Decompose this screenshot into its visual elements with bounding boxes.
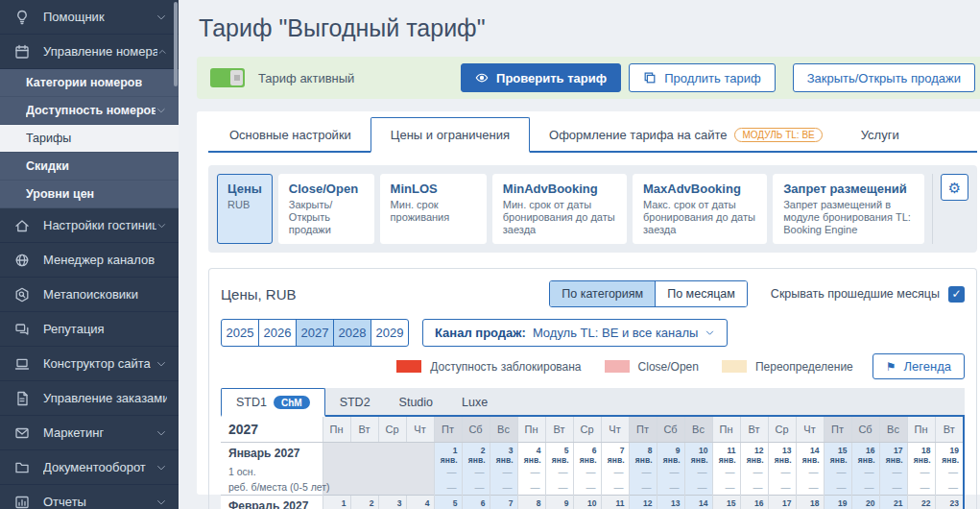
- price-cell[interactable]: —: [545, 465, 573, 480]
- sidebar-item-room-categories[interactable]: Категории номеров: [0, 69, 179, 97]
- price-cell[interactable]: —: [657, 480, 684, 496]
- calendar-date-cell: 15 янв.: [824, 442, 851, 465]
- price-cell[interactable]: —: [629, 465, 657, 480]
- price-cell[interactable]: —: [573, 480, 601, 496]
- sidebar-item-assistant[interactable]: Помощник: [0, 0, 179, 35]
- view-mode-option[interactable]: По месяцам: [655, 281, 747, 306]
- price-cell[interactable]: —: [462, 480, 490, 496]
- cards-settings-button[interactable]: ⚙: [941, 174, 968, 201]
- chevron-down-icon: [156, 220, 167, 231]
- tab-prices-restrictions[interactable]: Цены и ограничения: [370, 117, 530, 153]
- price-cell[interactable]: —: [851, 480, 879, 496]
- price-cell[interactable]: —: [796, 465, 824, 480]
- close-open-sales-button[interactable]: Закрыть/Открыть продажи: [793, 63, 975, 92]
- sidebar-item-order-management[interactable]: Управление заказами: [0, 381, 179, 416]
- tab-main-settings[interactable]: Основные настройки: [210, 117, 370, 151]
- price-cell[interactable]: —: [824, 465, 851, 480]
- sidebar-item-discounts[interactable]: Скидки: [0, 153, 179, 181]
- calendar-month-cell: Январь 20271 осн.реб. б/места (0-5 лет): [221, 442, 323, 496]
- year-button-2029[interactable]: 2029: [370, 319, 409, 347]
- price-cell[interactable]: —: [490, 480, 517, 496]
- year-button-2028[interactable]: 2028: [333, 319, 371, 347]
- calendar-date-cell: 16 янв.: [851, 442, 879, 465]
- month-row-label: реб. б/места (0-5 лет): [228, 479, 319, 495]
- card-title: MinAdvBooking: [503, 182, 616, 196]
- sales-channel-dropdown[interactable]: Канал продаж: Модуль TL: BE и все каналы: [422, 319, 728, 347]
- price-cell[interactable]: —: [601, 465, 629, 480]
- sidebar-item-document-flow[interactable]: Документооборот: [0, 450, 179, 485]
- restriction-card-minlos[interactable]: MinLOSМин. срок проживания: [380, 174, 487, 244]
- check-tariff-button[interactable]: Проверить тариф: [461, 63, 621, 92]
- restriction-card-close-open[interactable]: Close/OpenЗакрыть/Открыть продажи: [278, 174, 374, 244]
- sidebar-item-reports[interactable]: Отчеты: [0, 485, 179, 509]
- price-cell[interactable]: —: [434, 465, 462, 480]
- sidebar-item-reputation[interactable]: Репутация: [0, 312, 179, 347]
- sidebar-item-label: Помощник: [43, 10, 105, 24]
- price-cell[interactable]: —: [796, 480, 824, 496]
- tab-site-design[interactable]: Оформление тарифа на сайтеМОДУЛЬ TL: BE: [530, 117, 842, 151]
- hide-past-months-control[interactable]: Скрывать прошедшие месяцы: [771, 286, 965, 303]
- price-cell[interactable]: —: [434, 480, 462, 496]
- price-cell[interactable]: —: [517, 480, 545, 496]
- legend-button[interactable]: ⚑ Легенда: [872, 353, 965, 379]
- price-cell[interactable]: —: [935, 465, 963, 480]
- price-cell[interactable]: —: [907, 480, 935, 496]
- extend-tariff-button[interactable]: Продлить тариф: [629, 63, 776, 92]
- price-cell[interactable]: —: [768, 480, 796, 496]
- calendar-year-header: 2027: [221, 417, 323, 442]
- price-cell[interactable]: —: [545, 480, 573, 496]
- sidebar-item-tariffs[interactable]: Тарифы: [0, 125, 179, 153]
- price-cell[interactable]: —: [824, 480, 851, 496]
- price-cell[interactable]: —: [740, 480, 768, 496]
- restriction-card-minadvbooking[interactable]: MinAdvBookingМин. срок от даты бронирова…: [492, 174, 627, 244]
- room-tab-label: Studio: [399, 396, 433, 409]
- price-cell[interactable]: —: [462, 465, 490, 480]
- sidebar-item-label: Управление заказами: [43, 391, 167, 405]
- view-mode-option[interactable]: По категориям: [550, 281, 655, 306]
- room-tab-std1[interactable]: STD1ChM: [221, 388, 325, 417]
- restriction-card-maxadvbooking[interactable]: MaxAdvBookingМакс. срок от даты брониров…: [633, 174, 767, 244]
- year-button-2027[interactable]: 2027: [296, 319, 334, 347]
- year-button-2025[interactable]: 2025: [221, 319, 259, 347]
- tariff-active-toggle[interactable]: [210, 68, 245, 87]
- price-cell[interactable]: —: [935, 480, 963, 496]
- price-cell[interactable]: —: [629, 480, 657, 496]
- price-cell[interactable]: —: [907, 465, 935, 480]
- sidebar-scrollbar[interactable]: [174, 2, 178, 86]
- room-tab-studio[interactable]: Studio: [385, 388, 447, 415]
- sidebar-item-site-builder[interactable]: Конструктор сайта: [0, 347, 179, 381]
- year-button-2026[interactable]: 2026: [258, 319, 297, 347]
- room-tab-luxe[interactable]: Luxe: [447, 388, 502, 415]
- sidebar-item-channel-manager[interactable]: Менеджер каналов: [0, 243, 179, 278]
- price-cell[interactable]: —: [851, 465, 879, 480]
- sidebar-item-metasearch[interactable]: Метапоисковики: [0, 278, 179, 312]
- sidebar-item-marketing[interactable]: Маркетинг: [0, 416, 179, 450]
- view-mode-toggle: По категориямПо месяцам: [549, 280, 748, 307]
- price-cell[interactable]: —: [573, 465, 601, 480]
- price-cell[interactable]: —: [712, 465, 740, 480]
- price-cell[interactable]: —: [879, 465, 907, 480]
- price-cell[interactable]: —: [657, 465, 684, 480]
- price-cell[interactable]: —: [601, 480, 629, 496]
- tab-services[interactable]: Услуги: [842, 117, 919, 151]
- price-cell[interactable]: —: [712, 480, 740, 496]
- price-cell[interactable]: —: [490, 465, 517, 480]
- price-cell[interactable]: —: [517, 465, 545, 480]
- restriction-card-ban-placements[interactable]: Запрет размещенийЗапрет размещений в мод…: [773, 174, 924, 244]
- sidebar-item-hotel-settings[interactable]: Настройки гостиницы: [0, 208, 179, 243]
- price-cell[interactable]: —: [879, 480, 907, 496]
- sidebar-item-price-levels[interactable]: Уровни цен: [0, 181, 179, 208]
- sidebar-item-room-availability[interactable]: Доступность номеров: [0, 97, 179, 125]
- price-cell[interactable]: —: [740, 465, 768, 480]
- hide-past-months-checkbox[interactable]: [948, 286, 965, 303]
- price-cell[interactable]: —: [684, 465, 712, 480]
- room-tab-std2[interactable]: STD2: [325, 388, 385, 415]
- legend-button-label: Легенда: [904, 359, 951, 374]
- weekday-header: Пт: [629, 417, 657, 442]
- price-cell[interactable]: —: [768, 465, 796, 480]
- restriction-card-prices[interactable]: ЦеныRUB: [217, 174, 273, 244]
- legend-swatch: [396, 360, 421, 373]
- sidebar-item-room-management[interactable]: Управление номерами: [0, 35, 179, 69]
- price-cell[interactable]: —: [684, 480, 712, 496]
- sidebar-item-label: Скидки: [26, 159, 69, 173]
